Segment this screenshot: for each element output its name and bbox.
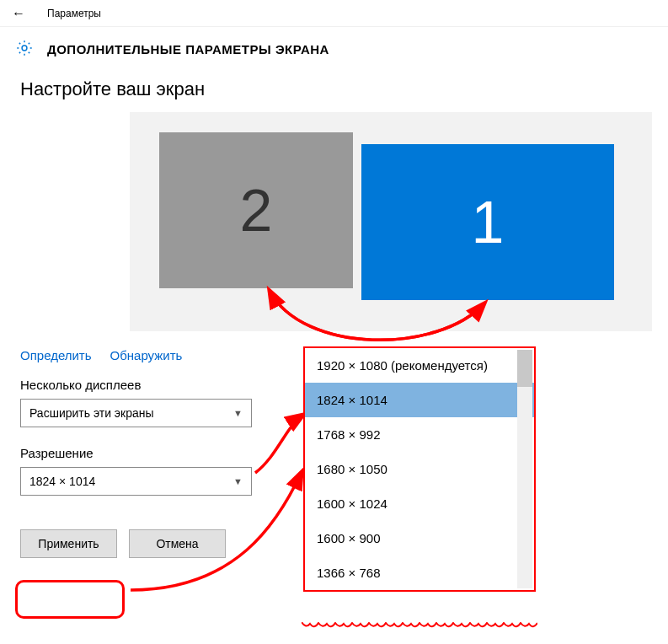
resolution-option[interactable]: 1366 × 768 <box>305 555 534 590</box>
window-titlebar: ← Параметры <box>0 0 668 27</box>
resolution-option-selected[interactable]: 1824 × 1014 <box>305 383 534 417</box>
annotation-apply-highlight <box>15 580 125 619</box>
chevron-down-icon: ▼ <box>233 408 243 418</box>
multi-display-dropdown[interactable]: Расширить эти экраны ▼ <box>20 399 252 427</box>
monitor-tile-2[interactable]: 2 <box>159 132 353 288</box>
monitor-tile-1[interactable]: 1 <box>361 144 614 300</box>
resolution-option[interactable]: 1920 × 1080 (рекомендуется) <box>305 348 534 383</box>
window-title: Параметры <box>47 8 101 19</box>
multi-display-selected: Расширить эти экраны <box>29 406 154 420</box>
resolution-option[interactable]: 1600 × 1024 <box>305 486 534 521</box>
page-header: ДОПОЛНИТЕЛЬНЫЕ ПАРАМЕТРЫ ЭКРАНА <box>0 27 668 72</box>
resolution-popup[interactable]: 1920 × 1080 (рекомендуется) 1824 × 1014 … <box>303 346 536 592</box>
back-arrow-icon[interactable]: ← <box>10 6 27 21</box>
scrollbar[interactable] <box>517 350 532 588</box>
chevron-down-icon: ▼ <box>233 476 243 486</box>
section-title-configure: Настройте ваш экран <box>20 78 648 100</box>
monitor-arrangement-area[interactable]: 2 1 <box>130 112 652 331</box>
resolution-dropdown[interactable]: 1824 × 1014 ▼ <box>20 467 252 496</box>
resolution-option[interactable]: 1768 × 992 <box>305 417 534 452</box>
resolution-selected: 1824 × 1014 <box>29 475 95 488</box>
cancel-button[interactable]: Отмена <box>129 529 226 558</box>
svg-point-0 <box>22 46 27 51</box>
scrollbar-thumb[interactable] <box>517 350 532 387</box>
page-title: ДОПОЛНИТЕЛЬНЫЕ ПАРАМЕТРЫ ЭКРАНА <box>47 42 329 56</box>
annotation-torn-edge <box>302 622 537 631</box>
gear-icon <box>15 39 34 60</box>
resolution-option[interactable]: 1680 × 1050 <box>305 452 534 486</box>
monitor-2-label: 2 <box>240 177 273 244</box>
monitor-1-label: 1 <box>472 189 505 256</box>
detect-link[interactable]: Обнаружить <box>110 348 183 362</box>
apply-button[interactable]: Применить <box>20 529 117 558</box>
resolution-option[interactable]: 1600 × 900 <box>305 521 534 555</box>
identify-link[interactable]: Определить <box>20 348 92 362</box>
